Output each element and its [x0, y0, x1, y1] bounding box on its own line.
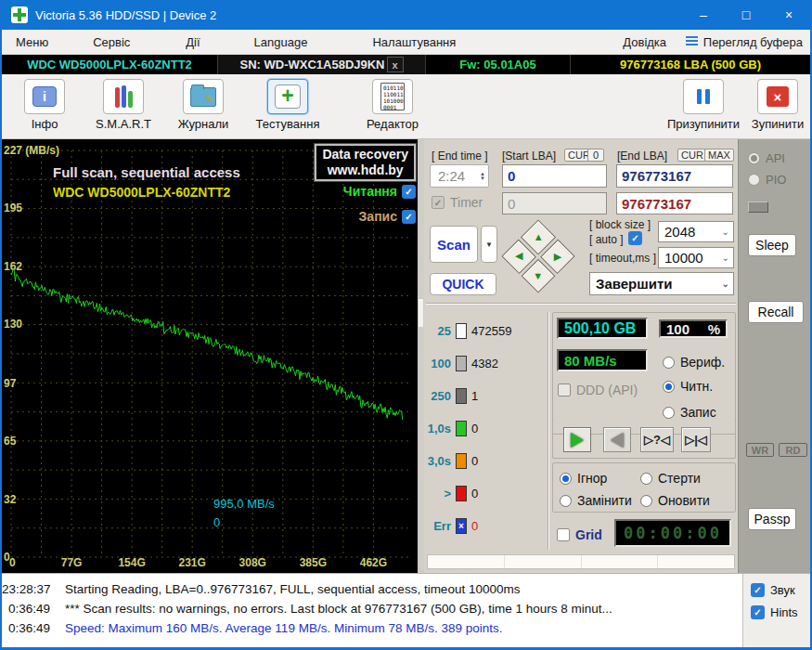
bad-refresh-radio-row[interactable]: Оновити	[640, 493, 710, 508]
buffer-view-button[interactable]: Перегляд буфера	[686, 35, 803, 49]
log-area: 23:28:37 Starting Reading, LBA=0..976773…	[2, 573, 810, 650]
api-label: API	[766, 151, 785, 165]
elapsed-timer-lcd: 00:00:00	[614, 519, 731, 547]
sound-checkbox[interactable]	[751, 583, 765, 597]
start-lba-input[interactable]: 0	[502, 164, 607, 188]
bad-remap-radio[interactable]	[560, 495, 572, 507]
maximize-button[interactable]: □	[725, 0, 767, 30]
device-model[interactable]: WDC WD5000LPLX-60ZNTT2	[2, 55, 217, 74]
bad-ignore-radio[interactable]	[560, 473, 572, 485]
hints-checkbox-row[interactable]: Hints	[751, 605, 810, 619]
test-button-label: Тестування	[256, 117, 320, 131]
pio-radio[interactable]	[748, 174, 760, 186]
stop-button-label: Зупинити	[752, 117, 804, 131]
editor-button[interactable]: 010110 110011 101000 0001 Редактор	[355, 79, 430, 131]
bad-erase-radio-row[interactable]: Стерти	[640, 471, 701, 486]
stat-block	[456, 421, 467, 436]
scan-button[interactable]: Scan	[430, 226, 478, 263]
info-button[interactable]: i Інфо	[12, 79, 77, 131]
recall-button[interactable]: Recall	[748, 301, 804, 323]
grid-checkbox[interactable]	[557, 528, 570, 541]
svg-text:77G: 77G	[61, 556, 83, 569]
bad-ignore-label: Ігнор	[577, 471, 607, 486]
device-info-bar: WDC WD5000LPLX-60ZNTT2 SN: WD-WXC1A58DJ9…	[2, 55, 810, 74]
mode-read-radio-row[interactable]: Читн.	[663, 379, 713, 394]
timer-checkbox[interactable]	[432, 196, 445, 209]
stop-button[interactable]: × Зупинити	[748, 79, 807, 131]
end-time-value: 2:24	[438, 168, 465, 184]
window-title: Victoria 5.36 HDD/SSD | Device 2	[35, 8, 216, 22]
passp-button[interactable]: Passp	[748, 508, 796, 530]
spinner-arrows-icon[interactable]: ▲▼	[480, 172, 485, 181]
hints-checkbox[interactable]	[751, 605, 765, 619]
mode-write-radio[interactable]	[663, 407, 675, 419]
sleep-button[interactable]: Sleep	[748, 234, 796, 256]
minimize-button[interactable]: –	[682, 0, 725, 30]
title-bar: Victoria 5.36 HDD/SSD | Device 2 – □ ×	[2, 0, 810, 30]
timer-checkbox-row[interactable]: Timer	[432, 195, 483, 210]
graph-scrollbar[interactable]	[418, 139, 424, 573]
rd-button[interactable]: RD	[779, 443, 807, 457]
mode-verify-radio-row[interactable]: Вериф.	[663, 355, 725, 370]
bad-erase-radio[interactable]	[640, 473, 652, 485]
end-lba-input-2[interactable]: 976773167	[616, 192, 733, 214]
quick-button[interactable]: QUICK	[430, 273, 496, 295]
marker-lba: 0	[213, 515, 220, 529]
start-lba-zero-button[interactable]: 0	[587, 149, 604, 162]
stat-block	[456, 486, 467, 501]
block-size-select[interactable]: 2048 ⌄	[658, 221, 734, 242]
menu-item-language[interactable]: Language	[245, 35, 317, 49]
legend-write-checkbox[interactable]	[402, 210, 416, 224]
action-select[interactable]: Завершити ⌄	[589, 272, 734, 295]
speed-graph[interactable]: 227 (MB/s)1951621309765320077G154G231G30…	[2, 139, 424, 573]
mode-read-radio[interactable]	[663, 381, 675, 393]
scan-dropdown-button[interactable]: ▼	[481, 226, 497, 263]
ddd-checkbox[interactable]	[558, 384, 571, 396]
menu-item-service[interactable]: Сервіс	[84, 35, 139, 49]
end-lba-max-button[interactable]: MAX	[704, 149, 734, 162]
logs-button[interactable]: ✎ Журнали	[168, 79, 238, 131]
menu-item-actions[interactable]: Дії	[176, 35, 209, 49]
end-lba-input[interactable]: 976773167	[616, 164, 733, 188]
pio-radio-row[interactable]: PIO	[748, 173, 786, 187]
mode-write-radio-row[interactable]: Запис	[663, 405, 716, 420]
svg-text:154G: 154G	[118, 556, 145, 569]
bad-ignore-radio-row[interactable]: Ігнор	[560, 471, 607, 486]
smart-button[interactable]: S.M.A.R.T	[88, 79, 159, 131]
device-serial-text: SN: WD-WXC1A58DJ9KN	[239, 58, 384, 72]
grid-checkbox-row[interactable]: Grid	[557, 527, 602, 542]
play-button[interactable]	[563, 427, 591, 452]
sound-checkbox-row[interactable]: Звук	[751, 583, 810, 597]
test-button[interactable]: + Тестування	[246, 79, 329, 131]
menu-item-menu[interactable]: Меню	[6, 35, 58, 49]
end-time-spinner[interactable]: 2:24 ▲▼	[430, 164, 489, 188]
stat-row-250: 250 1	[427, 388, 478, 404]
log-rows[interactable]: 23:28:37 Starting Reading, LBA=0..976773…	[2, 574, 742, 650]
back-button[interactable]	[603, 427, 631, 452]
mode-verify-radio[interactable]	[663, 357, 675, 369]
api-radio-row[interactable]: API	[748, 151, 785, 165]
timeout-label: [ timeout,ms ]	[589, 252, 656, 265]
legend-read-checkbox[interactable]	[402, 185, 416, 199]
log-time: 0:36:49	[2, 599, 50, 618]
block-size-label: [ block size ]	[589, 218, 651, 231]
pause-button[interactable]: Призупинити	[663, 79, 744, 131]
wr-button[interactable]: WR	[746, 443, 774, 457]
bad-remap-radio-row[interactable]: Замінити	[560, 493, 632, 508]
seek-edge-button[interactable]: ▷|◁	[681, 427, 711, 452]
menu-item-help[interactable]: Довідка	[613, 35, 676, 49]
block-size-value: 2048	[664, 224, 695, 240]
bad-refresh-radio[interactable]	[640, 495, 652, 507]
svg-text:32: 32	[4, 493, 17, 506]
timeout-select[interactable]: 10000 ⌄	[658, 247, 734, 268]
auto-checkbox[interactable]	[628, 231, 642, 245]
menu-item-settings[interactable]: Налаштування	[363, 35, 465, 49]
ddd-checkbox-row[interactable]: DDD (API)	[558, 383, 638, 397]
close-button[interactable]: ×	[767, 0, 810, 30]
end-lba-cur-button[interactable]: CUR	[677, 149, 707, 162]
pio-label: PIO	[766, 173, 786, 187]
api-radio[interactable]	[748, 152, 760, 164]
seek-verify-button[interactable]: ▷?◁	[640, 427, 674, 452]
serial-close-button[interactable]: x	[387, 57, 404, 72]
svg-text:0: 0	[9, 556, 16, 569]
